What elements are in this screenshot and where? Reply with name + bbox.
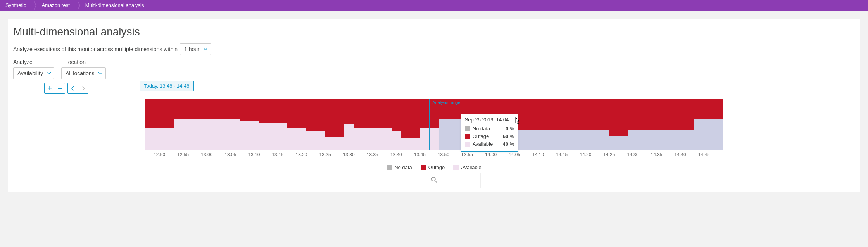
chart-bar[interactable]	[287, 99, 297, 150]
chart-bar[interactable]	[562, 99, 571, 150]
x-tick: 13:35	[367, 152, 378, 157]
chart-bar[interactable]	[306, 99, 316, 150]
chart-bar[interactable]	[448, 99, 457, 150]
pan-left-button[interactable]	[68, 83, 78, 93]
chart-bar[interactable]	[410, 99, 419, 150]
zoom-out-button[interactable]: −	[55, 83, 65, 93]
x-tick: 13:10	[248, 152, 260, 157]
chart-bar[interactable]	[373, 99, 382, 150]
chart-bar[interactable]	[675, 99, 685, 150]
chart-bar[interactable]	[713, 99, 723, 150]
legend-item: No data	[387, 164, 412, 170]
chart-legend: No dataOutageAvailable	[13, 164, 855, 170]
chart-bar[interactable]	[628, 99, 637, 150]
chart-bar[interactable]	[174, 99, 183, 150]
chart-bar[interactable]	[439, 99, 448, 150]
location-label: Location	[65, 59, 86, 65]
chart-bar[interactable]	[183, 99, 192, 150]
x-tick: 14:05	[509, 152, 520, 157]
chart-bar[interactable]	[704, 99, 713, 150]
chart-bar[interactable]	[590, 99, 600, 150]
x-tick: 13:05	[224, 152, 236, 157]
analyze-value: Availability	[17, 70, 43, 76]
chart-bar[interactable]	[524, 99, 533, 150]
x-tick: 12:50	[154, 152, 165, 157]
pan-right-button	[78, 83, 88, 93]
legend-item: Outage	[421, 164, 445, 170]
timeframe-value: 1 hour	[184, 46, 200, 52]
chart-footer-tools	[13, 173, 855, 188]
chart-bar[interactable]	[657, 99, 666, 150]
chart-bar[interactable]	[297, 99, 306, 150]
chart-bar[interactable]	[155, 99, 164, 150]
chart-bar[interactable]	[335, 99, 344, 150]
breadcrumb-item[interactable]: Amazon test	[33, 0, 76, 11]
x-tick: 13:20	[296, 152, 307, 157]
magnify-icon[interactable]	[388, 173, 481, 188]
chart-bar[interactable]	[382, 99, 391, 150]
chart-bar[interactable]	[193, 99, 202, 150]
chart-bar[interactable]	[609, 99, 618, 150]
breadcrumb-item: Multi-dimensional analysis	[77, 0, 151, 11]
x-tick: 14:45	[698, 152, 710, 157]
chart-bar[interactable]	[694, 99, 704, 150]
tooltip-row: Outage60 %	[465, 133, 514, 140]
x-tick: 14:35	[651, 152, 663, 157]
chart-bar[interactable]	[211, 99, 221, 150]
chart-bar[interactable]	[685, 99, 694, 150]
page-content: Multi-dimensional analysis Analyze execu…	[8, 19, 860, 192]
location-select[interactable]: All locations	[61, 67, 106, 79]
chart-bar[interactable]	[354, 99, 363, 150]
pan-group	[67, 83, 88, 94]
chart-bar[interactable]	[581, 99, 590, 150]
x-tick: 13:55	[461, 152, 473, 157]
chart-bar[interactable]	[145, 99, 155, 150]
chart-bar[interactable]	[202, 99, 211, 150]
chart-bar[interactable]	[240, 99, 249, 150]
analyze-label: Analyze	[13, 59, 52, 65]
chart-bar[interactable]	[401, 99, 410, 150]
range-chip: Today, 13:48 - 14:48	[140, 81, 194, 91]
chart-bar[interactable]	[429, 99, 438, 150]
chart-bar[interactable]	[571, 99, 581, 150]
chart-bar[interactable]	[268, 99, 278, 150]
chart-bar[interactable]	[420, 99, 429, 150]
tooltip-title: Sep 25 2019, 14:04	[461, 114, 518, 124]
chart-bar[interactable]	[325, 99, 335, 150]
x-tick: 13:25	[319, 152, 331, 157]
chevron-down-icon	[98, 72, 102, 74]
breadcrumb: SyntheticAmazon testMulti-dimensional an…	[0, 0, 868, 11]
analyze-select[interactable]: Availability	[13, 67, 54, 79]
chart-bar[interactable]	[363, 99, 372, 150]
chart-bar[interactable]	[638, 99, 647, 150]
chart-toolbar: + − Today, 13:48 - 14:48	[44, 83, 855, 94]
chart-bar[interactable]	[666, 99, 675, 150]
chart-bar[interactable]	[543, 99, 552, 150]
chart-bar[interactable]	[278, 99, 287, 150]
chart-bar[interactable]	[647, 99, 656, 150]
legend-item: Available	[453, 164, 481, 170]
x-tick: 14:00	[485, 152, 497, 157]
chart-bar[interactable]	[164, 99, 173, 150]
chevron-down-icon	[47, 72, 51, 74]
chart-bar[interactable]	[533, 99, 543, 150]
x-tick: 13:40	[390, 152, 402, 157]
timeframe-select[interactable]: 1 hour	[180, 43, 211, 55]
breadcrumb-item[interactable]: Synthetic	[2, 0, 33, 11]
chart-bar[interactable]	[316, 99, 325, 150]
zoom-in-button[interactable]: +	[45, 83, 55, 93]
chart-bar[interactable]	[221, 99, 230, 150]
chart-bar[interactable]	[619, 99, 628, 150]
chart-bar[interactable]	[600, 99, 609, 150]
chart-bar[interactable]	[552, 99, 562, 150]
chart-bar[interactable]	[259, 99, 268, 150]
chart-bar[interactable]	[230, 99, 240, 150]
x-tick: 14:25	[603, 152, 615, 157]
cursor-icon	[515, 117, 521, 125]
chart-bar[interactable]	[344, 99, 353, 150]
x-tick: 14:40	[675, 152, 686, 157]
availability-chart[interactable]: Analysis range Sep 25 2019, 14:04 No dat…	[145, 99, 723, 150]
chart-bar[interactable]	[249, 99, 259, 150]
chevron-down-icon	[204, 48, 207, 50]
chart-bar[interactable]	[392, 99, 401, 150]
